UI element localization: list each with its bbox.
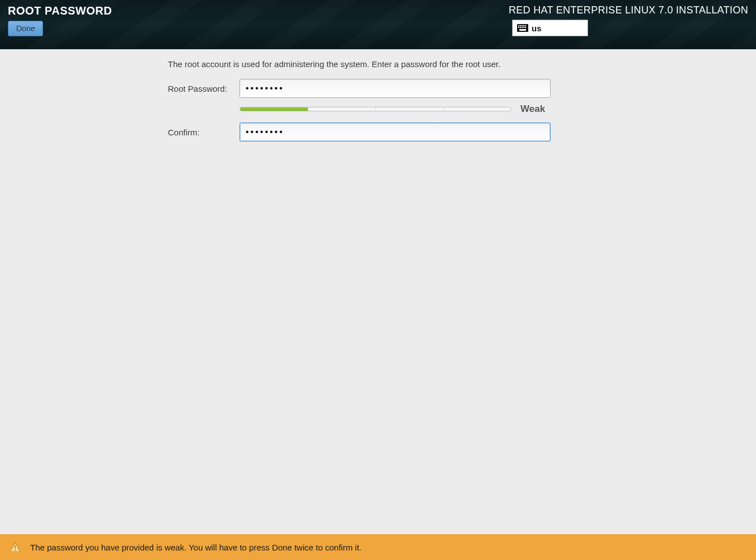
svg-rect-1 bbox=[518, 25, 519, 26]
password-strength-fill bbox=[240, 107, 308, 111]
keyboard-layout-indicator[interactable]: us bbox=[512, 20, 588, 36]
done-button[interactable]: Done bbox=[8, 21, 43, 36]
svg-rect-3 bbox=[522, 25, 523, 26]
svg-rect-2 bbox=[520, 25, 521, 26]
root-password-input[interactable] bbox=[240, 79, 551, 98]
svg-rect-6 bbox=[518, 27, 519, 28]
svg-rect-13 bbox=[15, 549, 16, 550]
svg-rect-11 bbox=[519, 29, 526, 31]
description-text: The root account is used for administeri… bbox=[168, 59, 560, 69]
root-password-row: Root Password: bbox=[168, 79, 560, 98]
confirm-password-row: Confirm: bbox=[168, 123, 560, 142]
svg-rect-5 bbox=[525, 25, 526, 26]
form-container: The root account is used for administeri… bbox=[168, 59, 560, 142]
header-bar: ROOT PASSWORD Done RED HAT ENTERPRISE LI… bbox=[0, 0, 756, 49]
warning-message: The password you have provided is weak. … bbox=[30, 543, 361, 552]
keyboard-icon bbox=[517, 24, 528, 32]
header-left: ROOT PASSWORD Done bbox=[8, 4, 112, 36]
warning-icon bbox=[10, 543, 20, 552]
svg-rect-7 bbox=[520, 27, 521, 28]
svg-rect-10 bbox=[525, 27, 526, 28]
keyboard-layout-label: us bbox=[532, 23, 542, 33]
installer-title: RED HAT ENTERPRISE LINUX 7.0 INSTALLATIO… bbox=[509, 4, 748, 16]
password-strength-label: Weak bbox=[520, 103, 545, 115]
content-area: The root account is used for administeri… bbox=[0, 49, 756, 534]
confirm-password-input[interactable] bbox=[240, 123, 551, 142]
root-password-label: Root Password: bbox=[168, 84, 240, 93]
svg-rect-4 bbox=[523, 25, 524, 26]
password-strength-bar bbox=[240, 107, 511, 111]
confirm-password-label: Confirm: bbox=[168, 128, 240, 137]
svg-rect-9 bbox=[523, 27, 524, 28]
svg-rect-8 bbox=[522, 27, 523, 28]
password-strength-row: Weak bbox=[240, 103, 560, 115]
header-right: RED HAT ENTERPRISE LINUX 7.0 INSTALLATIO… bbox=[509, 4, 748, 36]
warning-bar: The password you have provided is weak. … bbox=[0, 534, 756, 560]
page-title: ROOT PASSWORD bbox=[8, 4, 112, 17]
svg-rect-12 bbox=[15, 545, 16, 548]
